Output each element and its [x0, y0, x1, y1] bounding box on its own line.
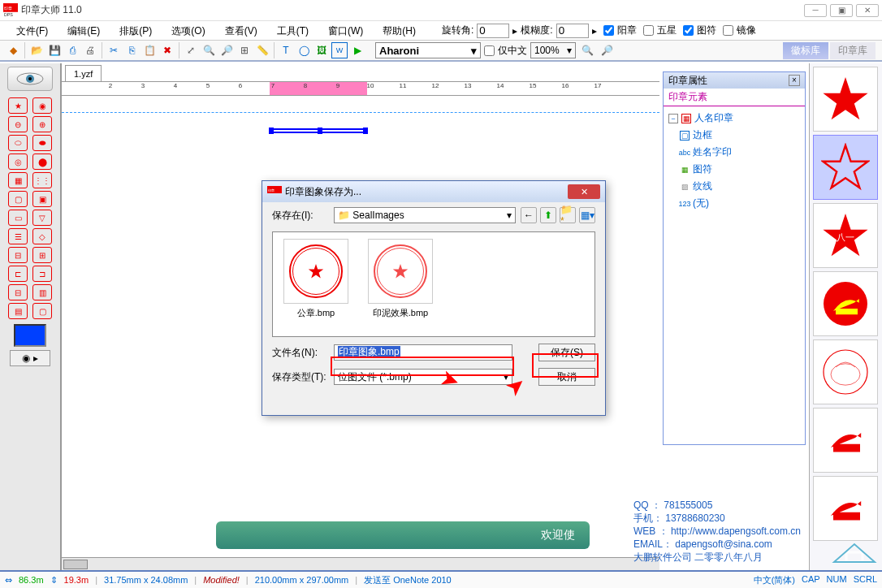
- rotate-stepper[interactable]: ▸: [512, 25, 517, 37]
- document-tab[interactable]: 1.yzf: [65, 65, 102, 81]
- cb-yang[interactable]: [603, 25, 614, 36]
- shape-cols[interactable]: ▥: [32, 284, 52, 300]
- shape-grid[interactable]: ▦: [8, 172, 28, 188]
- blur-stepper[interactable]: ▸: [592, 25, 597, 37]
- menu-edit[interactable]: 编辑(E): [58, 21, 110, 41]
- tb-zoom-minus[interactable]: 🔎: [599, 42, 615, 58]
- nav-up-icon[interactable]: ⬆: [540, 207, 556, 223]
- font-select[interactable]: Aharoni▾: [375, 42, 481, 58]
- tb-code[interactable]: W: [331, 42, 348, 58]
- tb-print[interactable]: 🖨: [82, 42, 98, 58]
- shape-ellipse[interactable]: ⬭: [8, 135, 28, 151]
- tab-seal-library[interactable]: 印章库: [830, 42, 876, 59]
- cb-star[interactable]: [643, 25, 654, 36]
- tb-delete[interactable]: ✖: [159, 42, 175, 58]
- badge-item[interactable]: [813, 67, 878, 132]
- shape-circle[interactable]: ◉: [32, 97, 52, 114]
- tb-grid[interactable]: ⊞: [236, 42, 253, 58]
- tree-name-seal[interactable]: abc姓名字印: [668, 144, 800, 161]
- filetype-select[interactable]: 位图文件 (*.bmp)▾: [334, 369, 512, 385]
- close-button[interactable]: ✕: [856, 4, 879, 17]
- tb-image[interactable]: 🖼: [313, 42, 330, 58]
- tb-cut[interactable]: ✂: [106, 42, 122, 58]
- menu-view[interactable]: 查看(V): [215, 21, 267, 41]
- shape-split[interactable]: ⊟: [8, 284, 28, 300]
- menu-file[interactable]: 文件(F): [6, 21, 58, 41]
- cb-symbol[interactable]: [683, 25, 694, 36]
- cancel-button[interactable]: 取消: [538, 368, 595, 386]
- shape-box[interactable]: ▢: [32, 303, 52, 319]
- tb-export[interactable]: ⎙: [64, 42, 80, 58]
- tb-open[interactable]: 📂: [28, 42, 45, 58]
- nav-newfolder-icon[interactable]: 📁*: [560, 207, 576, 223]
- filename-input[interactable]: 印章图象.bmp: [334, 344, 512, 361]
- shape-star[interactable]: ★: [8, 97, 28, 114]
- palette-footer[interactable]: ◉▸: [10, 350, 50, 366]
- badge-item[interactable]: [813, 408, 878, 473]
- shape-dots[interactable]: ⋮⋮: [32, 172, 52, 188]
- tb-paste[interactable]: 📋: [141, 42, 158, 58]
- tree-symbol[interactable]: ▦图符: [668, 161, 800, 178]
- dialog-titlebar[interactable]: 印章 印章图象保存为... ✕: [262, 181, 605, 202]
- shape-rows[interactable]: ▤: [8, 303, 28, 319]
- menu-window[interactable]: 窗口(W): [318, 21, 373, 41]
- menu-tools[interactable]: 工具(T): [267, 21, 318, 41]
- shape-v2[interactable]: ⊐: [32, 266, 52, 282]
- dialog-close-button[interactable]: ✕: [568, 184, 600, 199]
- shape-square[interactable]: ▢: [8, 191, 28, 207]
- panel-close-icon[interactable]: ×: [789, 75, 800, 86]
- shape-h2[interactable]: ⊞: [32, 247, 52, 263]
- blur-input[interactable]: [556, 24, 589, 38]
- tb-shape[interactable]: ◯: [296, 42, 312, 58]
- nav-back-icon[interactable]: ←: [521, 207, 537, 223]
- shape-tri[interactable]: ▽: [32, 210, 52, 226]
- rotate-input[interactable]: [477, 24, 509, 38]
- shape-minus[interactable]: ⊖: [8, 116, 28, 132]
- maximize-button[interactable]: ▣: [830, 4, 853, 17]
- badge-item[interactable]: [813, 135, 878, 200]
- cb-cn-only[interactable]: [484, 45, 495, 56]
- minimize-button[interactable]: ─: [804, 4, 827, 17]
- tree-border[interactable]: ▢边框: [668, 127, 800, 144]
- shape-h1[interactable]: ⊟: [8, 247, 28, 263]
- tb-copy[interactable]: ⎘: [123, 42, 140, 58]
- selection-box[interactable]: [270, 128, 367, 133]
- tb-zoom-out[interactable]: 🔎: [218, 42, 235, 58]
- tree-texture[interactable]: ▨纹线: [668, 178, 800, 195]
- scrollbar-horizontal[interactable]: [62, 557, 659, 570]
- folder-select[interactable]: 📁 SealImages▾: [334, 207, 516, 223]
- shape-ring[interactable]: ◎: [8, 153, 28, 170]
- tree-none[interactable]: 123(无): [668, 195, 800, 212]
- tb-zoom-fit[interactable]: ⤢: [183, 42, 199, 58]
- shape-oval[interactable]: ⬬: [32, 135, 52, 151]
- menu-help[interactable]: 帮助(H): [373, 21, 426, 41]
- color-well[interactable]: [14, 324, 46, 347]
- nav-view-icon[interactable]: ▦▾: [579, 207, 595, 223]
- tb-play[interactable]: ▶: [349, 42, 365, 58]
- badge-item[interactable]: [813, 339, 878, 404]
- shape-target[interactable]: ⊕: [32, 116, 52, 132]
- cb-mirror[interactable]: [723, 25, 733, 36]
- tb-zoom-plus[interactable]: 🔍: [579, 42, 595, 58]
- badge-item[interactable]: [813, 271, 878, 336]
- tb-save[interactable]: 💾: [46, 42, 63, 58]
- shape-dot[interactable]: ⬤: [32, 153, 52, 170]
- tree-root[interactable]: −▦人名印章: [668, 110, 800, 127]
- shape-diamond[interactable]: ◇: [32, 228, 52, 244]
- save-button[interactable]: 保存(S): [538, 344, 595, 361]
- file-item[interactable]: 公章.bmp: [279, 239, 352, 330]
- zoom-select[interactable]: 100%▾: [530, 42, 576, 58]
- tb-zoom-in[interactable]: 🔍: [201, 42, 217, 58]
- file-list[interactable]: 公章.bmp 印泥效果.bmp: [272, 231, 595, 337]
- menu-layout[interactable]: 排版(P): [110, 21, 162, 41]
- shape-bars[interactable]: ☰: [8, 228, 28, 244]
- tb-text[interactable]: T: [278, 42, 294, 58]
- badge-item[interactable]: 八一: [813, 203, 878, 268]
- tab-badge-library[interactable]: 徽标库: [783, 42, 828, 59]
- menu-options[interactable]: 选项(O): [162, 21, 214, 41]
- shape-v1[interactable]: ⊏: [8, 266, 28, 282]
- tb-ruler[interactable]: 📏: [254, 42, 270, 58]
- preview-eye-icon[interactable]: [7, 67, 53, 91]
- tb-new[interactable]: ◆: [5, 42, 21, 58]
- file-item[interactable]: 印泥效果.bmp: [364, 239, 437, 330]
